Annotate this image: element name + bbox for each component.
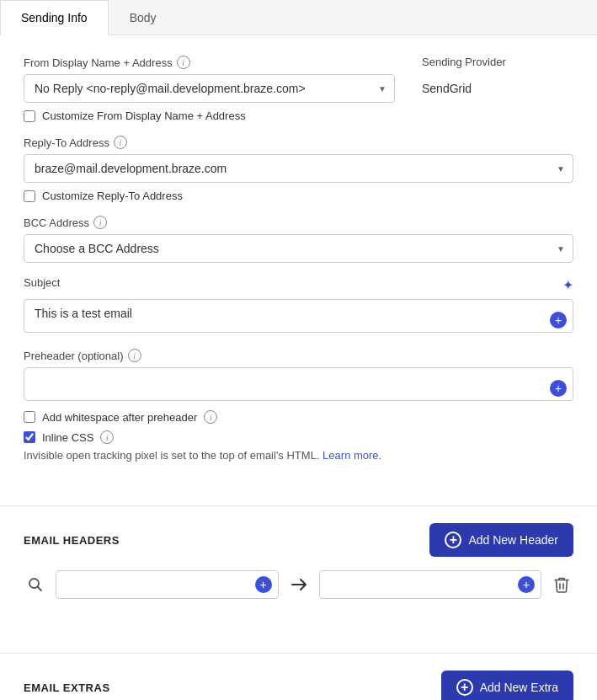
reply-to-info-icon[interactable]: i bbox=[114, 136, 127, 149]
from-display-info-icon[interactable]: i bbox=[177, 56, 190, 69]
header-search-icon bbox=[24, 573, 47, 596]
header-key-plus-icon[interactable]: + bbox=[255, 576, 272, 593]
inline-css-label[interactable]: Inline CSS bbox=[42, 431, 93, 444]
subject-plus-icon[interactable]: + bbox=[550, 312, 567, 329]
email-extras-title: EMAIL EXTRAS bbox=[24, 681, 110, 694]
add-extra-label: Add New Extra bbox=[480, 681, 558, 694]
tab-sending-info[interactable]: Sending Info bbox=[0, 0, 109, 35]
reply-to-select-wrapper: braze@mail.development.braze.com bbox=[24, 154, 573, 183]
reply-to-label: Reply-To Address bbox=[24, 136, 109, 149]
header-value-input[interactable] bbox=[319, 570, 542, 599]
from-display-label: From Display Name + Address bbox=[24, 56, 173, 69]
preheader-info-icon[interactable]: i bbox=[128, 349, 141, 362]
magic-wand-icon[interactable]: ✦ bbox=[562, 277, 573, 293]
header-key-input-wrapper: + bbox=[56, 570, 279, 599]
header-value-plus-icon[interactable]: + bbox=[518, 576, 535, 593]
add-header-plus-icon: + bbox=[445, 532, 461, 548]
sending-provider-label: Sending Provider bbox=[422, 56, 573, 68]
tab-body[interactable]: Body bbox=[109, 0, 178, 35]
header-arrow-icon bbox=[287, 573, 311, 596]
from-display-select-wrapper: No Reply <no-reply@mail.development.braz… bbox=[24, 74, 395, 103]
bcc-select[interactable]: Choose a BCC Address bbox=[24, 234, 573, 263]
tab-bar: Sending Info Body bbox=[0, 0, 597, 35]
preheader-input[interactable] bbox=[24, 367, 573, 401]
bcc-select-wrapper: Choose a BCC Address bbox=[24, 234, 573, 263]
tracking-text: Invisible open tracking pixel is set to … bbox=[24, 449, 573, 462]
email-headers-section-header: EMAIL HEADERS + Add New Header bbox=[24, 523, 573, 557]
add-new-header-button[interactable]: + Add New Header bbox=[429, 523, 573, 557]
header-value-input-wrapper: + bbox=[319, 570, 542, 599]
inline-css-info-icon[interactable]: i bbox=[100, 430, 114, 444]
add-new-extra-button[interactable]: + Add New Extra bbox=[441, 671, 573, 700]
header-delete-icon[interactable] bbox=[550, 573, 573, 596]
reply-to-select[interactable]: braze@mail.development.braze.com bbox=[24, 154, 573, 183]
subject-label: Subject bbox=[24, 276, 60, 289]
customize-reply-to-label[interactable]: Customize Reply-To Address bbox=[42, 190, 183, 202]
svg-line-1 bbox=[38, 587, 42, 591]
add-whitespace-label[interactable]: Add whitespace after preheader bbox=[42, 411, 197, 424]
bcc-info-icon[interactable]: i bbox=[93, 216, 107, 229]
from-display-select[interactable]: No Reply <no-reply@mail.development.braz… bbox=[24, 74, 395, 103]
preheader-label: Preheader (optional) bbox=[24, 350, 124, 362]
section-divider-1 bbox=[0, 505, 597, 506]
header-key-input[interactable] bbox=[56, 570, 279, 599]
customize-from-label[interactable]: Customize From Display Name + Address bbox=[42, 110, 246, 122]
add-whitespace-checkbox[interactable] bbox=[24, 411, 35, 423]
whitespace-info-icon[interactable]: i bbox=[204, 410, 217, 424]
customize-from-checkbox[interactable] bbox=[24, 110, 35, 122]
email-extras-section-header: EMAIL EXTRAS + Add New Extra bbox=[24, 671, 573, 700]
learn-more-link[interactable]: Learn more. bbox=[322, 449, 381, 462]
subject-input[interactable]: This is a test email bbox=[24, 299, 573, 333]
email-headers-title: EMAIL HEADERS bbox=[24, 534, 120, 547]
inline-css-checkbox[interactable] bbox=[24, 431, 35, 443]
bcc-label: BCC Address bbox=[24, 216, 89, 229]
add-extra-plus-icon: + bbox=[456, 679, 473, 696]
section-divider-2 bbox=[0, 653, 597, 654]
preheader-plus-icon[interactable]: + bbox=[550, 380, 567, 397]
sending-provider-value: SendGrid bbox=[422, 73, 573, 95]
sending-provider-section: Sending Provider SendGrid bbox=[422, 56, 573, 95]
preheader-textarea-wrapper: + bbox=[24, 367, 573, 403]
add-header-label: Add New Header bbox=[468, 533, 558, 547]
customize-reply-to-checkbox[interactable] bbox=[24, 190, 35, 202]
header-row-1: + + bbox=[24, 570, 573, 599]
subject-textarea-wrapper: This is a test email + bbox=[24, 299, 573, 335]
